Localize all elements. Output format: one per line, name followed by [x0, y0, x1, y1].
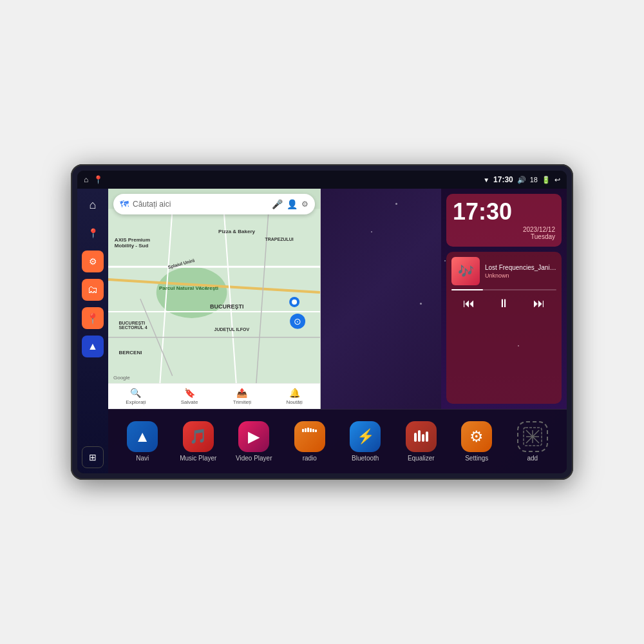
status-bar: ⌂ 📍 ▼ 17:30 🔊 18 🔋 ↩	[77, 171, 567, 189]
map-label-park: Parcul Natural Văcărești	[159, 285, 218, 291]
music-player-icon: 🎵	[183, 421, 214, 452]
sidebar-item-folder[interactable]: 🗂	[82, 279, 104, 301]
bluetooth-icon: ⚡	[350, 421, 381, 452]
news-icon: 🔔	[289, 388, 300, 398]
status-time: 17:30	[493, 175, 513, 184]
sidebar-item-grid[interactable]: ⊞	[82, 446, 104, 468]
music-artist: Unknown	[485, 272, 556, 279]
music-text: Lost Frequencies_Janie... Unknown	[485, 264, 556, 279]
share-icon: 📤	[236, 388, 247, 398]
battery-icon: 🔋	[542, 176, 551, 184]
svg-rect-17	[310, 428, 312, 432]
music-track-info: 🎶 Lost Frequencies_Janie... Unknown	[451, 257, 556, 285]
add-icon	[517, 421, 548, 452]
add-label: add	[527, 455, 538, 462]
equalizer-label: Equalizer	[408, 455, 435, 462]
app-bluetooth[interactable]: ⚡ Bluetooth	[346, 421, 384, 462]
map-frame: 🗺 Căutați aici 🎤 👤 ⚙	[108, 189, 321, 409]
settings-label: Settings	[465, 455, 488, 462]
app-settings[interactable]: ⚙ Settings	[457, 421, 496, 462]
home-status-icon[interactable]: ⌂	[84, 175, 88, 184]
svg-rect-14	[302, 429, 304, 432]
svg-rect-15	[305, 428, 307, 432]
music-prev-button[interactable]: ⏮	[458, 294, 480, 313]
google-maps-icon: 🗺	[120, 199, 129, 209]
explore-label: Explorați	[126, 399, 146, 405]
music-title: Lost Frequencies_Janie...	[485, 264, 556, 271]
map-label-axis: AXIS PremiumMobility - Sud	[115, 237, 150, 249]
mic-icon[interactable]: 🎤	[272, 199, 283, 209]
music-widget: 🎶 Lost Frequencies_Janie... Unknown	[446, 252, 562, 404]
app-music-player[interactable]: 🎵 Music Player	[179, 421, 218, 462]
video-player-label: Video Player	[236, 455, 272, 462]
saved-label: Salvate	[181, 399, 198, 405]
app-radio[interactable]: radio	[290, 421, 329, 462]
map-label-trapez: TRAPEZULUI	[265, 237, 293, 242]
map-label-pizza: Pizza & Bakery	[218, 229, 255, 234]
map-news[interactable]: 🔔 Noutăți	[286, 388, 302, 405]
music-controls: ⏮ ⏸ ⏭	[451, 294, 556, 313]
main-content: ⌂ 📍 ⚙ 🗂 📍 ▲ ⊞	[77, 189, 567, 473]
map-container[interactable]: 🗺 Căutați aici 🎤 👤 ⚙	[108, 189, 441, 409]
svg-rect-18	[312, 429, 314, 432]
news-label: Noutăți	[286, 399, 302, 405]
map-status-icon[interactable]: 📍	[93, 175, 103, 184]
map-bottom-bar: 🔍 Explorați 🔖 Salvate 📤	[108, 383, 320, 409]
map-saved[interactable]: 🔖 Salvate	[181, 388, 198, 405]
clock-date-value: 2023/12/12	[523, 226, 555, 233]
sidebar-item-home[interactable]: ⌂	[82, 194, 104, 216]
clock-date: 2023/12/12 Tuesday	[453, 226, 555, 240]
share-label: Trimiteți	[233, 399, 251, 405]
svg-point-11	[292, 299, 297, 305]
radio-icon	[294, 421, 325, 452]
clock-widget: 17:30 2023/12/12 Tuesday	[446, 194, 562, 247]
battery-num: 18	[530, 176, 538, 184]
map-search-bar[interactable]: 🗺 Căutați aici 🎤 👤 ⚙	[113, 194, 315, 214]
app-video-player[interactable]: ▶ Video Player	[234, 421, 273, 462]
radio-label: radio	[303, 455, 317, 462]
sidebar-item-navigation[interactable]: 📍	[82, 307, 104, 329]
map-label-bucuresti: BUCUREȘTI	[210, 303, 244, 310]
saved-icon: 🔖	[184, 388, 195, 398]
music-progress-fill	[451, 289, 483, 290]
map-search-text: Căutați aici	[133, 200, 268, 209]
music-progress-bar[interactable]	[451, 289, 556, 290]
app-navi[interactable]: ▲ Navi	[123, 421, 162, 462]
app-add[interactable]: add	[513, 421, 552, 462]
sidebar-item-mappin[interactable]: 📍	[82, 222, 104, 244]
music-pause-button[interactable]: ⏸	[493, 294, 515, 313]
device-screen: ⌂ 📍 ▼ 17:30 🔊 18 🔋 ↩	[77, 171, 567, 473]
map-share[interactable]: 📤 Trimiteți	[233, 388, 251, 405]
svg-text:⊙: ⊙	[294, 316, 301, 327]
map-explore[interactable]: 🔍 Explorați	[126, 388, 146, 405]
sidebar: ⌂ 📍 ⚙ 🗂 📍 ▲ ⊞	[77, 189, 108, 473]
status-left: ⌂ 📍	[84, 175, 103, 184]
navi-label: Navi	[136, 455, 149, 462]
map-svg: ⊙	[108, 189, 320, 409]
center-area: 🗺 Căutați aici 🎤 👤 ⚙	[108, 189, 567, 473]
settings-app-icon: ⚙	[461, 421, 492, 452]
bottom-app-bar: ▲ Navi 🎵 Music Player ▶ Video Player	[108, 409, 567, 473]
map-label-berceni: BERCENI	[118, 350, 142, 355]
settings-map-icon[interactable]: ⚙	[301, 200, 308, 209]
music-next-button[interactable]: ⏭	[528, 294, 550, 313]
volume-icon: 🔊	[517, 176, 526, 184]
back-icon[interactable]: ↩	[554, 176, 560, 184]
svg-rect-22	[422, 434, 424, 442]
music-album-art: 🎶	[451, 257, 480, 285]
account-icon[interactable]: 👤	[287, 199, 298, 209]
music-player-label: Music Player	[180, 455, 216, 462]
bluetooth-label: Bluetooth	[352, 455, 379, 462]
map-background: 🗺 Căutați aici 🎤 👤 ⚙	[108, 189, 320, 409]
sidebar-item-settings[interactable]: ⚙	[82, 251, 104, 272]
svg-rect-21	[418, 430, 421, 442]
wifi-icon: ▼	[483, 176, 489, 184]
app-equalizer[interactable]: Equalizer	[402, 421, 440, 462]
equalizer-icon	[406, 421, 437, 452]
clock-day-value: Tuesday	[531, 233, 555, 240]
sidebar-item-arrow[interactable]: ▲	[82, 336, 104, 357]
explore-icon: 🔍	[130, 388, 141, 398]
device: ⌂ 📍 ▼ 17:30 🔊 18 🔋 ↩	[71, 164, 573, 480]
svg-rect-20	[414, 433, 417, 442]
status-right: ▼ 17:30 🔊 18 🔋 ↩	[483, 175, 560, 184]
